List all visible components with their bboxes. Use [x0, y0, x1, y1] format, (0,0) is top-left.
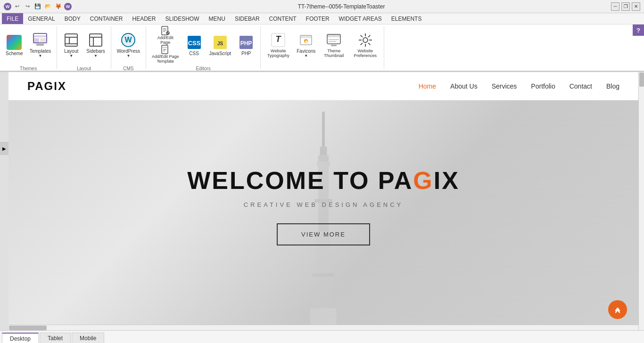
- title-bar: ↩ ↪ 💾 📂 🦊 TT-7theme--0056-TemplateToaste…: [0, 0, 644, 13]
- layout-items: Layout ▼ Sidebars ▼: [60, 26, 107, 65]
- menu-container[interactable]: CONTAINER: [85, 13, 128, 24]
- hero-highlight: G: [413, 167, 433, 194]
- svg-rect-11: [93, 38, 94, 46]
- svg-text:T: T: [276, 34, 282, 44]
- layout-button[interactable]: Layout ▼: [60, 26, 83, 64]
- svg-rect-5: [65, 34, 77, 46]
- cms-group-label: CMS: [123, 65, 133, 71]
- sidebar-toggle[interactable]: ▶: [0, 142, 8, 155]
- templates-button[interactable]: Templates ▼: [27, 26, 54, 64]
- php-button[interactable]: PHP PHP: [235, 26, 257, 64]
- menu-file[interactable]: FILE: [2, 13, 23, 24]
- menu-sidebar[interactable]: SIDEBAR: [230, 13, 264, 24]
- scrollbar-thumb-h[interactable]: [9, 326, 47, 330]
- css-button[interactable]: CSS CSS: [183, 26, 206, 64]
- wordpress-icon: W: [121, 33, 136, 48]
- layout-label: Layout: [64, 49, 78, 54]
- websitetypography-label: Website Typography: [266, 49, 290, 58]
- sidebars-icon: [88, 33, 103, 48]
- ribbon-content: Scheme Templates ▼ Themes La: [0, 24, 644, 72]
- svg-rect-43: [320, 147, 327, 156]
- websitepreferences-icon: [358, 33, 373, 48]
- restore-button[interactable]: ❐: [621, 2, 630, 11]
- sidebars-button[interactable]: Sidebars ▼: [83, 26, 107, 64]
- horizontal-scrollbar[interactable]: [8, 325, 638, 330]
- preview-hero: WELCOME TO PAGIX CREATIVE WEB DESIGN AGE…: [8, 100, 638, 330]
- svg-rect-38: [329, 39, 339, 40]
- nav-links: Home About Us Services Portfolio Contact…: [419, 82, 619, 90]
- scroll-up-button[interactable]: [608, 300, 627, 319]
- hero-title-part1: WELCOME TO PA: [187, 167, 413, 194]
- ribbon-group-editors: Add/EditPage Add/Edit PageTemplate CSS C…: [146, 26, 261, 69]
- websitetypography-button[interactable]: T Website Typography: [264, 26, 293, 64]
- undo-icon[interactable]: ↩: [12, 2, 22, 11]
- menu-elements[interactable]: ELEMENTS: [387, 13, 427, 24]
- menu-menu[interactable]: MENU: [204, 13, 230, 24]
- menu-general[interactable]: GENERAL: [23, 13, 59, 24]
- svg-rect-6: [65, 37, 77, 38]
- wordpress-button[interactable]: W WordPress ▼: [114, 26, 143, 64]
- toolbar-icons: ↩ ↪ 💾 📂 🦊: [4, 2, 72, 11]
- templates-icon: [33, 33, 48, 48]
- svg-rect-40: [331, 45, 337, 46]
- svg-rect-2: [33, 38, 39, 43]
- menu-slideshow[interactable]: SLIDESHOW: [161, 13, 204, 24]
- editors-items: Add/EditPage Add/Edit PageTemplate CSS C…: [149, 26, 257, 65]
- svg-rect-42: [322, 112, 325, 147]
- nav-portfolio[interactable]: Portfolio: [531, 82, 555, 90]
- menu-footer[interactable]: FOOTER: [301, 13, 334, 24]
- close-button[interactable]: ✕: [632, 2, 640, 11]
- hero-title-part2: IX: [434, 167, 460, 194]
- favicons-button[interactable]: ★ Favicons ▼: [294, 26, 318, 64]
- hero-viewmore-button[interactable]: VIEW MORE: [277, 223, 370, 245]
- svg-rect-50: [314, 277, 333, 312]
- menu-widgetareas[interactable]: WIDGET AREAS: [334, 13, 387, 24]
- svg-text:★: ★: [305, 40, 308, 44]
- nav-home[interactable]: Home: [419, 82, 436, 90]
- window-controls: ─ ❐ ✕: [611, 2, 640, 11]
- minimize-button[interactable]: ─: [611, 2, 619, 11]
- javascript-button[interactable]: JS JavaScript: [206, 26, 234, 64]
- vertical-scrollbar[interactable]: [638, 72, 644, 330]
- addeditpagetemplate-button[interactable]: Add/Edit PageTemplate: [149, 45, 182, 63]
- nav-contact[interactable]: Contact: [570, 82, 592, 90]
- redo-icon[interactable]: ↪: [23, 2, 32, 11]
- ribbon-group-website: T Website Typography ★ Favicons ▼ Theme …: [261, 26, 384, 69]
- nav-services[interactable]: Services: [492, 82, 517, 90]
- menu-body[interactable]: BODY: [60, 13, 85, 24]
- tab-mobile[interactable]: Mobile: [72, 333, 104, 343]
- save-icon[interactable]: 💾: [33, 2, 42, 11]
- svg-rect-33: [300, 35, 312, 38]
- tab-tablet[interactable]: Tablet: [40, 333, 71, 343]
- ribbon: FILE GENERAL BODY CONTAINER HEADER SLIDE…: [0, 13, 644, 72]
- help-button[interactable]: ?: [633, 24, 644, 36]
- sidebars-label: Sidebars: [86, 49, 105, 54]
- preview-nav: PAGIX Home About Us Services Portfolio C…: [8, 72, 638, 100]
- nav-about[interactable]: About Us: [450, 82, 478, 90]
- svg-text:JS: JS: [217, 41, 223, 46]
- nav-blog[interactable]: Blog: [606, 82, 619, 90]
- wordpress-arrow: ▼: [126, 54, 130, 58]
- scrollbar-thumb-v[interactable]: [639, 73, 644, 87]
- menu-content[interactable]: CONTENT: [264, 13, 301, 24]
- ribbon-group-themes: Scheme Templates ▼ Themes: [0, 26, 57, 69]
- websitepreferences-button[interactable]: Website Preferences: [349, 26, 381, 64]
- firefox-icon[interactable]: 🦊: [54, 2, 63, 11]
- menu-header[interactable]: HEADER: [128, 13, 161, 24]
- tab-desktop[interactable]: Desktop: [2, 333, 39, 343]
- website-preview: PAGIX Home About Us Services Portfolio C…: [8, 72, 638, 330]
- site-logo: PAGIX: [27, 80, 66, 93]
- themethumbnail-button[interactable]: Theme Thumbnail: [319, 26, 348, 64]
- addeditpage-button[interactable]: Add/EditPage: [149, 26, 182, 44]
- themes-group-label: Themes: [20, 65, 37, 71]
- css-label: CSS: [189, 51, 199, 56]
- website-items: T Website Typography ★ Favicons ▼ Theme …: [264, 26, 381, 68]
- open-icon[interactable]: 📂: [43, 2, 53, 11]
- templates-label: Templates: [30, 49, 51, 54]
- javascript-icon: JS: [213, 35, 228, 50]
- svg-rect-4: [36, 44, 44, 46]
- scheme-button[interactable]: Scheme: [3, 26, 26, 64]
- svg-rect-9: [90, 34, 102, 46]
- css-icon: CSS: [187, 35, 202, 50]
- page-buttons: Add/EditPage Add/Edit PageTemplate: [149, 26, 182, 63]
